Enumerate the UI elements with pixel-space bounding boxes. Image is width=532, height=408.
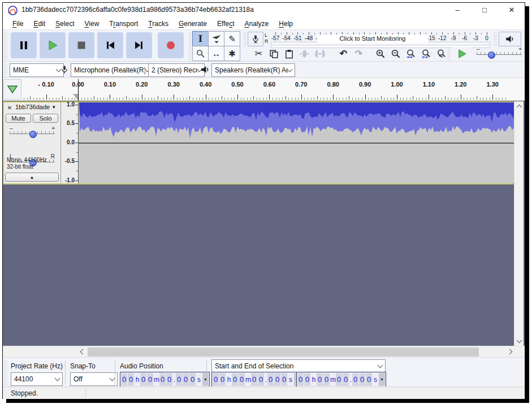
scroll-left-button[interactable] (77, 347, 86, 357)
menu-transport[interactable]: Transport (104, 19, 143, 29)
menu-help[interactable]: Help (274, 19, 298, 29)
horizontal-scroll-thumb[interactable] (88, 347, 479, 357)
track-name-menu[interactable]: 1bb736dade ▼ (15, 104, 56, 110)
time-segment[interactable]: 0 (166, 373, 172, 386)
gain-slider-thumb[interactable] (29, 131, 37, 138)
minimize-button[interactable]: – (447, 3, 468, 17)
zoom-tool-button[interactable] (192, 46, 209, 61)
time-segment[interactable]: h (135, 373, 140, 386)
menu-tracks[interactable]: Tracks (143, 19, 174, 29)
silence-audio-button[interactable] (312, 46, 327, 61)
time-segment[interactable]: 0 (359, 373, 365, 386)
play-speed-slider[interactable]: – + (475, 47, 523, 61)
waveform[interactable] (79, 102, 514, 183)
menu-view[interactable]: View (80, 19, 105, 29)
time-segment[interactable]: m (330, 373, 336, 386)
title-bar[interactable]: 1bb736dadecc7072396c6affa0c0fe938d1a986d… (3, 3, 525, 18)
project-rate-select[interactable]: 44100 (11, 372, 63, 386)
time-segment[interactable]: 0 (159, 373, 166, 386)
recording-channels-select[interactable]: 2 (Stereo) Recor (148, 63, 205, 77)
trim-audio-button[interactable] (297, 46, 312, 61)
menu-file[interactable]: File (7, 19, 28, 29)
time-segment[interactable]: 0 (352, 373, 358, 386)
time-segment[interactable]: 0 (213, 373, 219, 386)
skip-to-end-button[interactable] (126, 32, 152, 58)
host-select[interactable]: MME (10, 63, 64, 77)
time-segment[interactable]: 0 (343, 373, 349, 386)
time-segment[interactable]: 0 (232, 373, 238, 386)
time-segment[interactable]: 0 (274, 373, 280, 386)
time-segment[interactable]: 0 (219, 373, 226, 386)
menu-select[interactable]: Select (50, 19, 79, 29)
time-segment[interactable]: 0 (140, 373, 146, 386)
time-segment[interactable]: 0 (251, 373, 257, 386)
time-format-dropdown-icon[interactable]: ▼ (379, 373, 385, 386)
menu-effect[interactable]: Effect (212, 19, 240, 29)
time-segment[interactable]: 0 (323, 373, 330, 386)
zoom-toggle-button[interactable] (434, 46, 449, 61)
time-segment[interactable]: 0 (267, 373, 274, 386)
recording-meter-grip[interactable] (243, 32, 246, 46)
snap-to-select[interactable]: Off (70, 372, 118, 386)
time-segment[interactable]: 0 (304, 373, 310, 386)
speed-slider-thumb[interactable] (488, 51, 495, 59)
time-segment[interactable]: 0 (239, 373, 245, 386)
device-toolbar-grip[interactable] (4, 63, 7, 76)
waveform-area[interactable] (79, 102, 514, 183)
mute-button[interactable]: Mute (6, 114, 31, 123)
time-segment[interactable]: s (196, 373, 202, 386)
zoom-selection-button[interactable] (403, 46, 418, 61)
redo-button[interactable]: ↷ (351, 46, 366, 61)
time-segment[interactable]: h (226, 373, 232, 386)
play-button[interactable] (40, 32, 66, 58)
pause-button[interactable] (11, 32, 37, 58)
collapse-track-button[interactable]: ▲ (5, 173, 59, 182)
time-segment[interactable]: 0 (176, 373, 182, 386)
cut-button[interactable]: ✂ (251, 46, 266, 61)
time-segment[interactable]: 0 (183, 373, 189, 386)
gain-slider[interactable]: – + (8, 126, 56, 140)
time-segment[interactable]: s (373, 373, 378, 386)
playhead-cursor[interactable] (78, 79, 79, 101)
track-close-button[interactable]: ✕ (6, 104, 14, 111)
menu-generate[interactable]: Generate (174, 19, 212, 29)
time-segment[interactable]: 0 (336, 373, 342, 386)
scroll-up-button[interactable] (514, 101, 524, 111)
maximize-button[interactable]: □ (474, 3, 495, 17)
solo-button[interactable]: Solo (33, 114, 58, 123)
record-button[interactable] (158, 32, 184, 58)
time-segment[interactable]: 0 (317, 373, 323, 386)
timeline-ruler[interactable]: - 0.100.000.100.200.300.400.500.600.700.… (3, 78, 525, 101)
selection-tool-button[interactable]: I (192, 31, 209, 46)
selection-mode-select[interactable]: Start and End of Selection (211, 359, 386, 373)
time-segment[interactable]: h (311, 373, 317, 386)
time-segment[interactable]: m (245, 373, 251, 386)
audio-position-field[interactable]: 00h00m00.000s▼ (120, 372, 210, 387)
selection-start-field[interactable]: 00h00m00.000s▼ (211, 372, 301, 387)
ruler-scale[interactable]: - 0.100.000.100.200.300.400.500.600.700.… (21, 78, 515, 101)
timeshift-tool-button[interactable]: ↔ (208, 46, 224, 61)
selection-end-field[interactable]: 00h00m00.000s▼ (296, 372, 386, 387)
recording-meter-mic-button[interactable] (248, 32, 263, 46)
stop-button[interactable] (68, 32, 94, 58)
tools-toolbar-grip[interactable] (188, 32, 191, 60)
skip-to-start-button[interactable] (97, 32, 123, 58)
time-segment[interactable]: 0 (258, 373, 264, 386)
scroll-down-button[interactable] (514, 336, 524, 346)
undo-button[interactable]: ↶ (336, 46, 351, 61)
paste-button[interactable] (282, 46, 297, 61)
copy-button[interactable] (266, 46, 282, 61)
close-button[interactable]: ✕ (501, 3, 522, 17)
time-segment[interactable]: 0 (189, 373, 196, 386)
menu-analyze[interactable]: Analyze (240, 19, 274, 29)
transport-toolbar-grip[interactable] (4, 32, 7, 60)
multi-tool-button[interactable]: ✱ (224, 46, 240, 61)
time-segment[interactable]: s (288, 373, 293, 386)
recording-device-select[interactable]: Microphone (Realtek(R) Au (71, 63, 153, 77)
playback-meter-speaker-button[interactable] (499, 32, 521, 46)
time-format-dropdown-icon[interactable]: ▼ (202, 373, 209, 386)
zoom-out-button[interactable] (388, 46, 403, 61)
recording-meter[interactable]: -57-54-51-48-45-42-39-36-33-30-27-24-21-… (271, 31, 491, 48)
time-segment[interactable]: 0 (128, 373, 134, 386)
envelope-tool-button[interactable] (208, 31, 224, 46)
